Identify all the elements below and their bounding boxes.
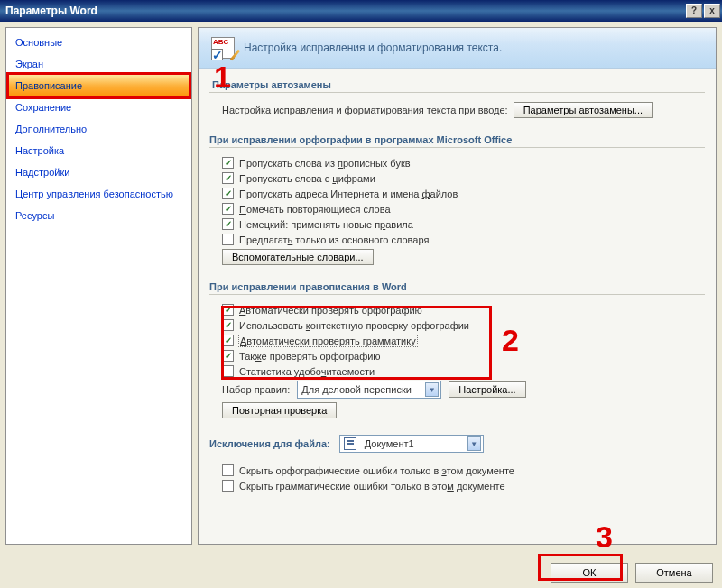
checkbox[interactable] <box>222 480 234 492</box>
sidebar-item-general[interactable]: Основные <box>6 32 191 53</box>
checkbox[interactable]: ✓ <box>222 218 234 230</box>
checkbox-label[interactable]: Пропускать слова с цифрами <box>239 173 375 184</box>
checkbox-label[interactable]: Помечать повторяющиеся слова <box>239 204 391 215</box>
checkbox[interactable] <box>222 365 234 377</box>
sidebar-item-addins[interactable]: Надстройки <box>6 161 191 183</box>
sidebar-item-proofing[interactable]: Правописание <box>6 75 191 96</box>
window-title: Параметры Word <box>5 5 97 17</box>
sidebar-item-resources[interactable]: Ресурсы <box>6 205 191 226</box>
word-check-0: ✓Автоматически проверять орфографию <box>209 302 705 317</box>
section-office-title: При исправлении орфографии в программах … <box>209 129 705 148</box>
writing-style-select[interactable]: Для деловой переписки ▼ <box>297 381 441 399</box>
office-check-0: ✓Пропускать слова из прописных букв <box>209 155 705 170</box>
section-autocorrect: Параметры автозамены Настройка исправлен… <box>199 69 716 124</box>
checkbox-label[interactable]: Предлагать только из основного словаря <box>239 234 429 245</box>
checkbox-label[interactable]: Скрыть орфографические ошибки только в э… <box>239 465 514 476</box>
section-exceptions-title-row: Исключения для файла: Документ1 ▼ <box>209 429 705 453</box>
document-icon <box>344 437 356 450</box>
office-check-1: ✓Пропускать слова с цифрами <box>209 170 705 186</box>
writing-style-settings-button[interactable]: Настройка... <box>449 381 525 398</box>
checkbox[interactable]: ✓ <box>222 157 234 169</box>
checkbox-label[interactable]: Также проверять орфографию <box>239 351 381 362</box>
writing-style-label: Набор правил: <box>222 384 290 395</box>
dialog-body: Основные Экран Правописание Сохранение Д… <box>0 22 722 550</box>
section-office-spelling: При исправлении орфографии в программах … <box>199 124 716 271</box>
checkbox[interactable]: ✓ <box>222 172 234 184</box>
custom-dictionaries-button[interactable]: Вспомогательные словари... <box>222 249 374 265</box>
recheck-button[interactable]: Повторная проверка <box>222 402 337 418</box>
exceptions-label: Исключения для файла: <box>209 438 330 449</box>
autocorrect-desc: Настройка исправления и форматирования т… <box>222 105 508 115</box>
checkbox[interactable]: ✓ <box>222 319 234 331</box>
section-exceptions: Исключения для файла: Документ1 ▼ Скрыть… <box>199 424 716 497</box>
exceptions-file-select[interactable]: Документ1 ▼ <box>339 435 484 453</box>
panel-header: ABC✓ Настройка исправления и форматирова… <box>199 28 716 69</box>
sidebar-item-customize[interactable]: Настройка <box>6 140 191 161</box>
checkbox-label[interactable]: Пропускать адреса Интернета и имена файл… <box>239 188 458 199</box>
exceptions-file-value: Документ1 <box>365 438 462 449</box>
checkbox-label[interactable]: Пропускать слова из прописных букв <box>239 158 411 169</box>
ok-button[interactable]: ОК <box>551 563 628 583</box>
word-check-4: Статистика удобочитаемости <box>209 363 705 379</box>
main-panel: ABC✓ Настройка исправления и форматирова… <box>198 27 717 545</box>
panel-header-text: Настройка исправления и форматирования т… <box>244 41 502 54</box>
checkbox-label[interactable]: Скрыть грамматические ошибки только в эт… <box>239 481 505 492</box>
checkbox[interactable]: ✓ <box>222 188 234 199</box>
checkbox[interactable] <box>222 464 234 476</box>
section-word-title: При исправлении правописания в Word <box>209 276 705 295</box>
word-check-2: ✓Автоматически проверять грамматику <box>209 333 705 348</box>
close-button[interactable]: x <box>704 4 720 18</box>
checkbox[interactable]: ✓ <box>222 350 234 362</box>
autocorrect-options-button[interactable]: Параметры автозамены... <box>514 102 653 118</box>
checkbox-label[interactable]: Автоматически проверять орфографию <box>239 305 422 316</box>
word-check-1: ✓Использовать контекстную проверку орфог… <box>209 317 705 333</box>
checkbox-label[interactable]: Статистика удобочитаемости <box>239 366 375 377</box>
dropdown-arrow-icon: ▼ <box>467 436 481 451</box>
office-check-4: ✓Немецкий: применять новые правила <box>209 216 705 232</box>
dialog-footer: ОК Отмена <box>551 563 713 583</box>
titlebar: Параметры Word ? x <box>0 0 722 22</box>
checkbox-label[interactable]: Автоматически проверять грамматику <box>239 335 417 346</box>
checkbox[interactable]: ✓ <box>222 335 234 346</box>
proofing-icon: ABC✓ <box>211 37 235 59</box>
checkbox-label[interactable]: Немецкий: применять новые правила <box>239 219 413 230</box>
dropdown-arrow-icon: ▼ <box>425 382 439 397</box>
except-check-0: Скрыть орфографические ошибки только в э… <box>209 463 705 478</box>
sidebar-item-display[interactable]: Экран <box>6 53 191 75</box>
office-check-3: ✓Помечать повторяющиеся слова <box>209 201 705 216</box>
office-check-5: Предлагать только из основного словаря <box>209 232 705 247</box>
cancel-button[interactable]: Отмена <box>635 563 713 583</box>
sidebar-item-advanced[interactable]: Дополнительно <box>6 118 191 140</box>
word-check-3: ✓Также проверять орфографию <box>209 348 705 363</box>
checkbox[interactable]: ✓ <box>222 203 234 215</box>
category-sidebar: Основные Экран Правописание Сохранение Д… <box>5 27 192 545</box>
sidebar-item-trust[interactable]: Центр управления безопасностью <box>6 183 191 205</box>
checkbox-label[interactable]: Использовать контекстную проверку орфогр… <box>239 320 469 331</box>
office-check-2: ✓Пропускать адреса Интернета и имена фай… <box>209 186 705 201</box>
checkbox[interactable]: ✓ <box>222 304 234 316</box>
sidebar-item-save[interactable]: Сохранение <box>6 96 191 118</box>
except-check-1: Скрыть грамматические ошибки только в эт… <box>209 478 705 493</box>
writing-style-value: Для деловой переписки <box>301 384 420 395</box>
section-word-proofing: При исправлении правописания в Word ✓Авт… <box>199 271 716 424</box>
help-button[interactable]: ? <box>686 4 702 18</box>
section-autocorrect-title: Параметры автозамены <box>209 74 705 93</box>
checkbox[interactable] <box>222 234 234 245</box>
